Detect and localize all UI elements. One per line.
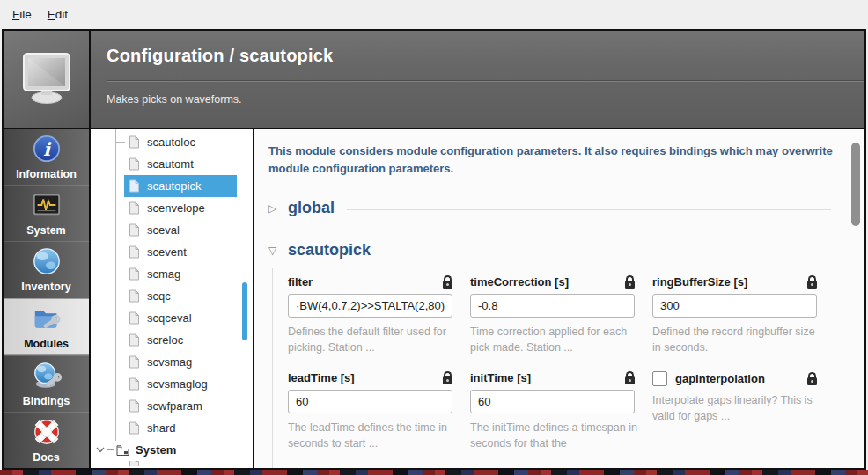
sidebar-item-inventory[interactable]: Inventory	[4, 241, 89, 297]
document-icon	[129, 135, 140, 149]
tree-item-system[interactable]: System	[91, 439, 253, 461]
lock-icon	[625, 281, 635, 289]
app-window: Configuration / scautopick Makes picks o…	[2, 29, 866, 470]
window-body: i Information System	[4, 129, 864, 468]
field-description: Interpolate gaps linearily? This is vali…	[652, 392, 823, 424]
tree-item-sceval[interactable]: sceval	[91, 219, 253, 241]
section-indent-line	[272, 268, 273, 468]
document-icon	[129, 355, 140, 369]
timecorrection-input[interactable]	[470, 294, 635, 318]
main-scrollbar-thumb[interactable]	[851, 142, 860, 226]
section-title: scautopick	[288, 241, 371, 259]
menu-file[interactable]: File	[12, 8, 32, 21]
sidebar-item-label: Inventory	[21, 281, 70, 293]
field-label: filter	[288, 275, 313, 289]
sidebar-item-label: System	[26, 224, 65, 237]
expanded-arrow-icon[interactable]: ▽	[268, 245, 281, 257]
filter-input[interactable]	[288, 294, 452, 318]
tree-item-scautomt[interactable]: scautomt	[91, 153, 253, 175]
info-icon: i	[32, 134, 62, 164]
mode-sidebar: i Information System	[4, 129, 91, 468]
lock-icon	[443, 281, 452, 289]
document-icon	[129, 289, 140, 303]
collapsed-arrow-icon[interactable]: ▷	[268, 202, 281, 215]
header-separator	[107, 81, 864, 82]
tree-item-scqceval[interactable]: scqceval	[91, 307, 253, 329]
document-icon	[129, 311, 140, 325]
sidebar-item-docs[interactable]: Docs	[4, 412, 89, 468]
tree-item-scwfparam[interactable]: scwfparam	[91, 395, 253, 417]
page-subtitle: Makes picks on waveforms.	[107, 93, 864, 106]
field-gapInterpolation: gapInterpolation Interpolate gaps linear…	[652, 371, 823, 451]
page-header: Configuration / scautopick Makes picks o…	[4, 31, 864, 129]
tree-item-screloc[interactable]: screloc	[91, 329, 253, 351]
leadtime-input[interactable]	[288, 390, 452, 413]
sidebar-item-label: Docs	[33, 451, 60, 464]
lock-icon	[807, 377, 817, 385]
field-label: initTime [s]	[470, 371, 531, 384]
document-icon	[129, 421, 140, 435]
header-main: Configuration / scautopick Makes picks o…	[91, 31, 864, 128]
tree-item-scautopick[interactable]: scautopick	[91, 175, 253, 197]
field-filter: filter Defines the default filter used f…	[288, 275, 459, 355]
module-logo-panel	[4, 31, 91, 128]
tree-item-scevent[interactable]: scevent	[91, 241, 253, 263]
sidebar-item-label: Information	[16, 168, 77, 180]
document-icon	[129, 333, 140, 347]
tree-item-scautoloc[interactable]: scautoloc	[91, 131, 253, 153]
field-ringBufferSize: ringBufferSize [s] Defined the record ri…	[652, 275, 823, 355]
section-title: global	[288, 199, 335, 217]
field-label: gapInterpolation	[675, 372, 807, 385]
field-description: Defines the default filter used for pick…	[288, 324, 459, 355]
module-tree-panel: scautoloc scautomt scautopick scenvelope…	[91, 129, 254, 468]
document-icon	[129, 245, 140, 259]
document-icon	[129, 223, 140, 237]
document-icon	[129, 267, 140, 281]
document-icon	[129, 157, 140, 171]
tree-item-scenvelope[interactable]: scenvelope	[91, 197, 253, 219]
config-panel: This module considers module configurati…	[254, 129, 864, 468]
tree-scrollbar-thumb[interactable]	[242, 282, 247, 340]
document-icon	[129, 179, 140, 193]
field-description: Time correction applied for each pick ma…	[470, 324, 641, 355]
chevron-down-icon	[96, 447, 105, 453]
field-timeCorrection: timeCorrection [s] Time correction appli…	[470, 275, 641, 355]
tree-item-shard[interactable]: shard	[91, 417, 253, 439]
folder-wrench-icon	[32, 303, 62, 333]
lock-icon	[807, 281, 817, 289]
desktop-background-strip	[0, 470, 868, 475]
field-description: The leadTime defines the time in seconds…	[288, 420, 459, 451]
tree-item-partial[interactable]	[91, 461, 253, 466]
monitor-icon	[18, 51, 76, 107]
ringbuffersize-input[interactable]	[652, 294, 817, 318]
document-icon	[129, 377, 140, 391]
gapinterpolation-checkbox[interactable]	[652, 371, 667, 386]
field-leadTime: leadTime [s] The leadTime defines the ti…	[288, 371, 459, 451]
tree-item-scvsmag[interactable]: scvsmag	[91, 351, 253, 373]
sidebar-item-information[interactable]: i Information	[4, 129, 89, 185]
section-rule	[383, 252, 831, 252]
menu-edit[interactable]: Edit	[48, 8, 68, 21]
sidebar-item-system[interactable]: System	[4, 185, 89, 241]
folder-icon	[116, 444, 129, 456]
tree-item-scqc[interactable]: scqc	[91, 285, 253, 307]
sidebar-item-bindings[interactable]: Bindings	[4, 355, 89, 412]
inittime-input[interactable]	[470, 390, 635, 413]
document-icon	[129, 201, 140, 215]
field-label: ringBufferSize [s]	[652, 275, 747, 289]
lifebuoy-icon	[32, 417, 62, 447]
section-header-global[interactable]: ▷ global	[268, 199, 842, 217]
sidebar-item-label: Bindings	[23, 395, 70, 407]
section-header-scautopick[interactable]: ▽ scautopick	[268, 241, 842, 259]
tree-item-scmag[interactable]: scmag	[91, 263, 253, 285]
globe-icon	[32, 246, 62, 276]
sidebar-item-modules[interactable]: Modules	[4, 298, 89, 355]
section-content-scautopick: filter Defines the default filter used f…	[268, 275, 842, 451]
tree-item-scvsmaglog[interactable]: scvsmaglog	[91, 373, 253, 395]
field-initTime: initTime [s] The initTime defines a time…	[470, 371, 641, 451]
globe-wrench-icon	[32, 361, 62, 391]
page-title: Configuration / scautopick	[107, 46, 864, 66]
lock-icon	[443, 376, 452, 384]
document-icon	[129, 399, 140, 413]
section-rule	[347, 209, 831, 210]
